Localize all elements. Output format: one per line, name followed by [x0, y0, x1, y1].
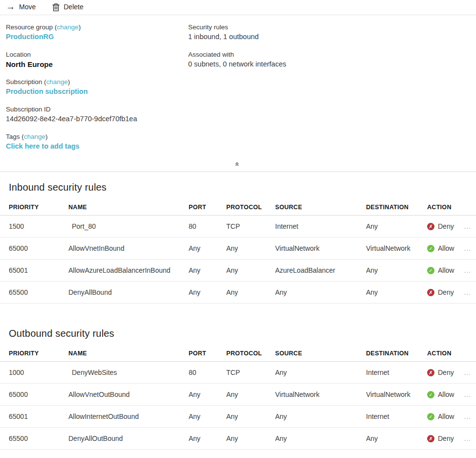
- action-label: Deny: [438, 369, 454, 376]
- subscription-link[interactable]: Production subscription: [6, 87, 188, 96]
- table-row[interactable]: 65000 AllowVnetOutBound Any Any VirtualN…: [0, 384, 476, 406]
- cell-priority: 65001: [0, 413, 68, 420]
- inbound-section-title: Inbound security rules: [0, 172, 476, 193]
- table-row[interactable]: 65001 AllowAzureLoadBalancerInBound Any …: [0, 260, 476, 282]
- col-protocol: PROTOCOL: [226, 204, 275, 211]
- cell-destination: Internet: [366, 369, 427, 376]
- cell-destination: Any: [366, 222, 427, 230]
- action-label: Allow: [438, 413, 454, 420]
- security-rules-label: Security rules: [188, 23, 476, 32]
- cell-priority: 1500: [0, 222, 68, 230]
- command-bar: → Move Delete: [0, 0, 476, 15]
- cell-name: AllowVnetInBound: [68, 244, 189, 252]
- cell-name: AllowVnetOutBound: [68, 391, 189, 398]
- cell-name: DenyWebSites: [68, 369, 189, 376]
- table-row[interactable]: 65500 DenyAllOutBound Any Any Any Any De…: [0, 428, 476, 450]
- check-circle-icon: [427, 413, 434, 420]
- row-context-menu-button[interactable]: ...: [464, 266, 471, 274]
- outbound-rules-table: PRIORITY NAME PORT PROTOCOL SOURCE DESTI…: [0, 345, 476, 450]
- cell-name: AllowAzureLoadBalancerInBound: [68, 266, 189, 274]
- table-row[interactable]: 65001 AllowInternetOutBound Any Any Any …: [0, 406, 476, 428]
- outbound-table-header: PRIORITY NAME PORT PROTOCOL SOURCE DESTI…: [0, 345, 476, 362]
- delete-button-label: Delete: [64, 3, 83, 11]
- cell-action: Allow ...: [427, 266, 476, 274]
- cell-source: Any: [275, 288, 366, 296]
- cell-priority: 65000: [0, 244, 68, 252]
- row-context-menu-button[interactable]: ...: [464, 288, 471, 296]
- cell-port: Any: [189, 288, 226, 296]
- security-rules-value: 1 inbound, 1 outbound: [188, 32, 476, 42]
- cell-name: DenyAllOutBound: [68, 435, 189, 442]
- cell-action: Deny ...: [427, 222, 476, 230]
- move-button[interactable]: → Move: [6, 2, 36, 11]
- cell-protocol: Any: [226, 266, 275, 274]
- cell-port: 80: [189, 369, 226, 376]
- cell-protocol: Any: [226, 244, 275, 252]
- table-row[interactable]: 65500 DenyAllBound Any Any Any Any Deny …: [0, 282, 476, 304]
- cell-port: Any: [189, 391, 226, 398]
- col-priority: PRIORITY: [0, 204, 68, 211]
- cell-destination: VirtualNetwork: [366, 244, 427, 252]
- cell-action: Allow ...: [427, 244, 476, 252]
- essentials-collapse-bar: «: [0, 160, 476, 172]
- cell-protocol: Any: [226, 413, 275, 420]
- cell-port: Any: [189, 266, 226, 274]
- x-circle-icon: [427, 289, 434, 296]
- x-circle-icon: [427, 369, 434, 376]
- row-context-menu-button[interactable]: ...: [464, 391, 471, 398]
- add-tags-link[interactable]: Click here to add tags: [6, 142, 188, 151]
- table-row[interactable]: 1000 DenyWebSites 80 TCP Any Internet De…: [0, 362, 476, 384]
- check-circle-icon: [427, 267, 434, 274]
- subscription-id-field: Subscription ID 14d26092-8e42-4ea7-b770-…: [6, 105, 188, 124]
- action-label: Deny: [438, 435, 454, 442]
- cell-protocol: TCP: [226, 222, 275, 230]
- resource-group-link[interactable]: ProductionRG: [6, 32, 188, 42]
- col-action: ACTION: [427, 350, 476, 357]
- row-context-menu-button[interactable]: ...: [464, 369, 471, 376]
- arrow-right-icon: →: [6, 2, 15, 11]
- cell-action: Deny ...: [427, 435, 476, 442]
- resource-group-change-link[interactable]: change: [57, 23, 78, 31]
- cell-protocol: TCP: [226, 369, 275, 376]
- resource-group-field: Resource group (change) ProductionRG: [6, 23, 188, 42]
- col-source: SOURCE: [275, 350, 366, 357]
- cell-priority: 65500: [0, 288, 68, 296]
- action-label: Deny: [438, 222, 454, 230]
- essentials-panel: Resource group (change) ProductionRG Loc…: [0, 15, 476, 160]
- row-context-menu-button[interactable]: ...: [464, 413, 471, 420]
- subscription-change-link[interactable]: change: [46, 78, 68, 86]
- cell-action: Allow ...: [427, 391, 476, 398]
- inbound-rules-table: PRIORITY NAME PORT PROTOCOL SOURCE DESTI…: [0, 199, 476, 304]
- cell-action: Deny ...: [427, 369, 476, 376]
- col-destination: DESTINATION: [366, 350, 427, 357]
- row-context-menu-button[interactable]: ...: [464, 435, 471, 442]
- table-row[interactable]: 1500 Port_80 80 TCP Internet Any Deny ..…: [0, 216, 476, 238]
- action-label: Allow: [438, 391, 454, 398]
- associated-with-field: Associated with 0 subnets, 0 network int…: [188, 50, 476, 69]
- delete-button[interactable]: Delete: [52, 3, 83, 11]
- cell-priority: 1000: [0, 369, 68, 376]
- location-value: North Europe: [6, 60, 188, 69]
- x-circle-icon: [427, 435, 434, 442]
- tags-field: Tags (change) Click here to add tags: [6, 132, 188, 151]
- cell-source: Any: [275, 413, 366, 420]
- table-row[interactable]: 65000 AllowVnetInBound Any Any VirtualNe…: [0, 238, 476, 260]
- col-port: PORT: [189, 350, 226, 357]
- cell-port: Any: [189, 413, 226, 420]
- tags-change-link[interactable]: change: [24, 133, 45, 140]
- resource-group-label: Resource group (change): [6, 23, 188, 32]
- move-button-label: Move: [19, 3, 36, 11]
- tags-label: Tags (change): [6, 132, 188, 141]
- col-source: SOURCE: [275, 204, 366, 211]
- location-field: Location North Europe: [6, 50, 188, 69]
- cell-name: AllowInternetOutBound: [68, 413, 189, 420]
- row-context-menu-button[interactable]: ...: [464, 222, 471, 230]
- double-chevron-up-icon[interactable]: «: [234, 162, 242, 166]
- subscription-id-value: 14d26092-8e42-4ea7-b770-9dcef70fb1ea: [6, 114, 188, 124]
- cell-source: VirtualNetwork: [275, 244, 366, 252]
- cell-destination: VirtualNetwork: [366, 391, 427, 398]
- row-context-menu-button[interactable]: ...: [464, 244, 471, 252]
- security-rules-field: Security rules 1 inbound, 1 outbound: [188, 23, 476, 42]
- associated-with-value: 0 subnets, 0 network interfaces: [188, 60, 476, 69]
- col-protocol: PROTOCOL: [226, 350, 275, 357]
